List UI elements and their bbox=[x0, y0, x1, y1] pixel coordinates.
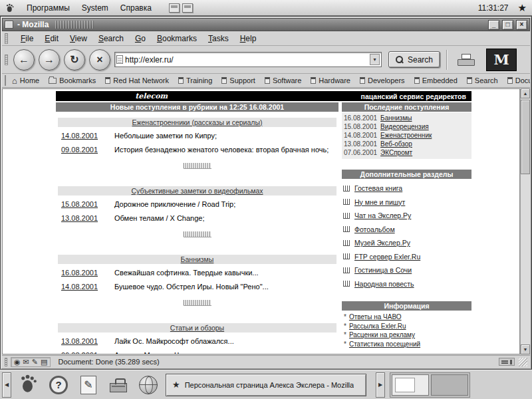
stop-button[interactable]: × bbox=[89, 49, 110, 70]
recent-link[interactable]: Видеорецензия bbox=[380, 122, 429, 131]
url-dropdown-icon[interactable]: ▾ bbox=[370, 54, 380, 65]
section-title-link[interactable]: Баннизмы bbox=[181, 255, 214, 263]
applet-window-icon[interactable] bbox=[169, 3, 180, 13]
banner-logo-text: telecom bbox=[56, 92, 247, 100]
help-launcher[interactable]: ? bbox=[46, 372, 71, 398]
info-link[interactable]: Расценки на рекламу bbox=[349, 331, 415, 340]
maximize-button[interactable]: □ bbox=[502, 20, 513, 30]
sidebar-link[interactable]: Чат на Экслер.Ру bbox=[354, 211, 411, 219]
pager-desktop-1[interactable] bbox=[392, 374, 429, 396]
article-date-link[interactable]: 15.08.2001 bbox=[56, 199, 114, 209]
tray-star-icon[interactable]: ★ bbox=[518, 2, 527, 14]
main-menu-button[interactable] bbox=[16, 372, 41, 398]
scrollbar-thumb[interactable] bbox=[521, 100, 530, 174]
stop-icon: × bbox=[96, 54, 102, 66]
menu-help-item[interactable]: Help bbox=[240, 34, 257, 43]
info-link[interactable]: Статистика посещений bbox=[349, 340, 420, 349]
hide-left-icon: ◀ bbox=[5, 382, 9, 388]
window-menu-icon[interactable] bbox=[5, 21, 13, 29]
section-title-link[interactable]: Еженастроенники (рассказы и сериалы) bbox=[132, 118, 262, 126]
personal-toolbar-grippy[interactable] bbox=[5, 75, 6, 86]
navigator-icon[interactable]: ◉ bbox=[14, 358, 21, 366]
titlebar[interactable]: - Mozilla _ □ × bbox=[2, 18, 530, 31]
sidebar-link[interactable]: FTP сервер Exler.Ru bbox=[354, 253, 420, 261]
menu-bookmarks[interactable]: Bookmarks bbox=[157, 34, 197, 43]
recent-link[interactable]: Баннизмы bbox=[380, 114, 412, 122]
scroll-up-button[interactable]: ▲ bbox=[521, 88, 530, 98]
print-button[interactable] bbox=[453, 49, 479, 71]
sidebar-link[interactable]: Музей Экслер.Ру bbox=[354, 239, 410, 247]
sidebar-link[interactable]: Фотоальбом bbox=[354, 225, 395, 233]
bookmark-documentation[interactable]: Documentation bbox=[503, 76, 530, 84]
article-date-link[interactable]: 06.08.2001 bbox=[56, 350, 114, 354]
bookmark-icon bbox=[105, 77, 110, 84]
section-title-link[interactable]: Субъективные заметки о видеофильмах bbox=[131, 187, 263, 195]
sidebar-link[interactable]: Гостевая книга bbox=[354, 184, 402, 192]
article-date-link[interactable]: 14.08.2001 bbox=[56, 281, 114, 292]
info-link[interactable]: Ответы на ЧАВО bbox=[349, 313, 402, 322]
online-status-icon[interactable] bbox=[499, 358, 515, 366]
navbar-grippy[interactable] bbox=[5, 55, 8, 65]
search-button[interactable]: Search bbox=[388, 51, 440, 68]
composer-launcher[interactable]: ✎ bbox=[76, 372, 101, 398]
bookmark-home[interactable]: ⌂Home bbox=[7, 76, 44, 84]
menu-search[interactable]: Search bbox=[98, 34, 124, 43]
scroll-down-button[interactable]: ▼ bbox=[521, 344, 530, 354]
bookmark-support[interactable]: Support bbox=[217, 76, 260, 84]
bookmark-bookmarks[interactable]: Bookmarks bbox=[44, 76, 100, 84]
mozilla-throbber[interactable]: M bbox=[486, 49, 517, 71]
bookmark-redhat-network[interactable]: Red Hat Network bbox=[100, 76, 174, 84]
url-input[interactable] bbox=[125, 54, 368, 66]
page-proxy-icon[interactable] bbox=[116, 55, 123, 64]
sidebar-link[interactable]: Ну мне и пишут bbox=[354, 198, 405, 206]
bookmark-hardware[interactable]: Hardware bbox=[306, 76, 355, 84]
forward-button[interactable]: → bbox=[39, 49, 60, 70]
minimize-button[interactable]: _ bbox=[488, 20, 499, 30]
addressbook-icon[interactable]: ▤ bbox=[41, 358, 47, 366]
menu-go[interactable]: Go bbox=[135, 34, 146, 43]
reload-button[interactable]: ↻ bbox=[64, 49, 85, 70]
statusbar-grippy[interactable] bbox=[5, 358, 7, 366]
menu-tasks[interactable]: Tasks bbox=[208, 34, 229, 43]
bookmark-embedded[interactable]: Embedded bbox=[410, 76, 462, 84]
recent-link[interactable]: Еженастроенник bbox=[380, 131, 432, 140]
article-date-link[interactable]: 16.08.2001 bbox=[56, 267, 114, 278]
menu-help[interactable]: Справка bbox=[120, 3, 152, 13]
window-resize-grip[interactable] bbox=[519, 358, 527, 366]
close-button[interactable]: × bbox=[516, 20, 527, 30]
article-date-link[interactable]: 09.08.2001 bbox=[56, 144, 114, 155]
article-date-link[interactable]: 14.08.2001 bbox=[56, 130, 114, 141]
vertical-scrollbar[interactable]: ▲ ▼ bbox=[520, 88, 530, 354]
menu-file[interactable]: File bbox=[21, 34, 33, 43]
sidebar-link[interactable]: Гостиница в Сочи bbox=[354, 266, 412, 274]
info-link[interactable]: Рассылка Exler.Ru bbox=[349, 322, 406, 331]
recent-link[interactable]: Веб-обзор bbox=[380, 140, 412, 148]
recent-link[interactable]: ЭКСпромт bbox=[380, 148, 412, 157]
composer-icon[interactable]: ✎ bbox=[32, 358, 38, 366]
article-date-link[interactable]: 13.08.2001 bbox=[56, 213, 114, 223]
menu-system[interactable]: System bbox=[82, 3, 108, 13]
panel-hide-left-button[interactable]: ◀ bbox=[2, 372, 11, 398]
gnome-foot-icon[interactable] bbox=[5, 3, 15, 13]
bookmark-developers[interactable]: Developers bbox=[355, 76, 410, 84]
sidebar-link[interactable]: Народная повесть bbox=[354, 280, 414, 288]
bookmark-software[interactable]: Software bbox=[260, 76, 306, 84]
menu-view[interactable]: View bbox=[70, 34, 87, 43]
bookmark-training[interactable]: Training bbox=[174, 76, 217, 84]
bookmark-search[interactable]: Search bbox=[462, 76, 503, 84]
menubar-grippy[interactable] bbox=[5, 33, 8, 44]
control-center-launcher[interactable] bbox=[106, 372, 131, 398]
menu-programs[interactable]: Программы bbox=[27, 3, 70, 13]
article-date-link[interactable]: 13.08.2001 bbox=[56, 336, 114, 346]
applet-terminal-icon[interactable] bbox=[182, 3, 193, 13]
site-banner[interactable]: telecom пацанский сервис редиректов bbox=[56, 91, 471, 101]
pager-desktop-2[interactable] bbox=[431, 374, 468, 396]
panel-hide-right-button[interactable]: ▶ bbox=[376, 372, 385, 398]
browser-launcher[interactable] bbox=[136, 372, 161, 398]
info-list: Ответы на ЧАВО Рассылка Exler.Ru Расценк… bbox=[342, 311, 471, 348]
back-button[interactable]: ← bbox=[13, 49, 35, 70]
taskbar-mozilla-task[interactable]: ★ Персональная страница Алекса Экслера -… bbox=[166, 374, 366, 396]
menu-edit[interactable]: Edit bbox=[45, 34, 59, 43]
mail-icon[interactable]: ✉ bbox=[23, 358, 29, 366]
section-title-link[interactable]: Статьи и обзоры bbox=[170, 324, 224, 332]
